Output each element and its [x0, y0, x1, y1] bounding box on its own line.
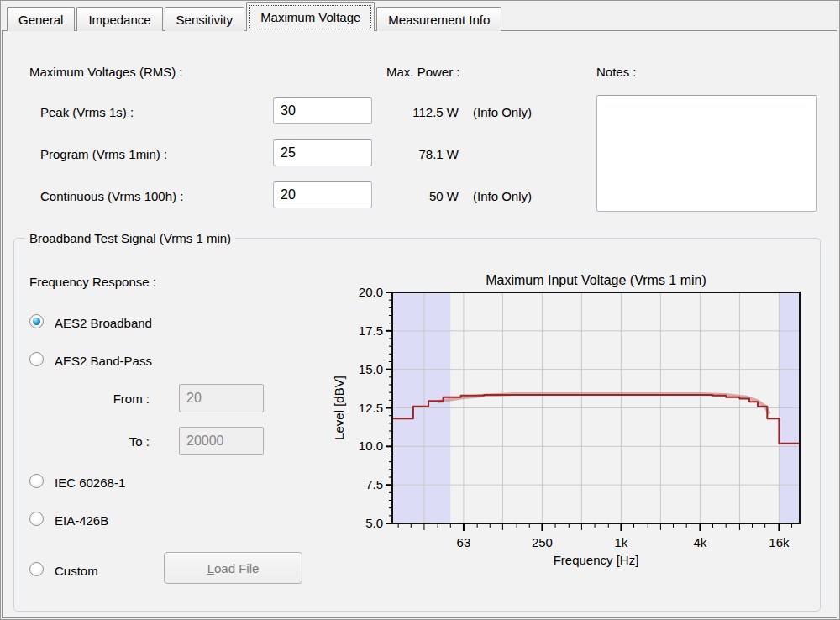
frequency-response-label: Frequency Response :	[29, 275, 156, 289]
radio-custom[interactable]	[29, 562, 44, 576]
continuous-input[interactable]	[273, 181, 372, 208]
peak-info-only: (Info Only)	[473, 105, 532, 119]
to-input	[179, 427, 264, 455]
maximum-voltage-dialog: General Impedance Sensitivity Maximum Vo…	[0, 0, 840, 620]
tab-maximum-voltage[interactable]: Maximum Voltage	[246, 2, 375, 31]
radio-aes2-broadband[interactable]	[29, 314, 44, 328]
tab-bar: General Impedance Sensitivity Maximum Vo…	[7, 3, 503, 31]
notes-label: Notes :	[596, 65, 637, 79]
peak-power-value: 112.5 W	[378, 105, 459, 119]
max-voltages-section-label: Maximum Voltages (RMS) :	[29, 65, 183, 79]
max-power-label: Max. Power :	[386, 65, 460, 79]
notes-textarea[interactable]	[596, 95, 817, 212]
tab-general-label: General	[18, 13, 63, 27]
tab-general[interactable]: General	[7, 7, 75, 31]
radio-eia-426b[interactable]	[29, 512, 44, 526]
radio-iec-60268-1[interactable]	[29, 474, 44, 488]
chart-series-main	[392, 395, 800, 444]
radio-custom-label: Custom	[55, 564, 98, 578]
x-tick-label: 16k	[769, 535, 790, 549]
program-input[interactable]	[273, 139, 372, 166]
broadband-group-label: Broadband Test Signal (Vrms 1 min)	[25, 231, 235, 245]
tab-measurement-info[interactable]: Measurement Info	[376, 7, 501, 31]
x-tick-label: 4k	[693, 535, 706, 549]
chart-ylabel: Level [dBV]	[332, 376, 346, 440]
tab-measurement-info-label: Measurement Info	[388, 13, 490, 27]
chart-series-overlay	[438, 394, 769, 414]
y-tick-label: 7.5	[365, 477, 383, 491]
radio-aes2-bandpass-label: AES2 Band-Pass	[55, 354, 152, 368]
tab-sensitivity[interactable]: Sensitivity	[165, 7, 245, 31]
tab-maximum-voltage-label: Maximum Voltage	[260, 10, 360, 24]
load-file-button: Load File	[164, 552, 302, 584]
load-file-button-label: Load File	[207, 561, 260, 575]
radio-eia-426b-label: EIA-426B	[55, 513, 108, 528]
y-tick-label: 20.0	[359, 285, 383, 299]
program-power-value: 78.1 W	[378, 147, 459, 161]
y-tick-label: 12.5	[359, 401, 383, 415]
y-tick-label: 5.0	[365, 516, 383, 530]
max-input-voltage-chart: 5.07.510.012.515.017.520.0632501k4k16kMa…	[332, 271, 815, 574]
chart-xlabel: Frequency [Hz]	[554, 553, 639, 567]
continuous-power-value: 50 W	[378, 189, 459, 203]
continuous-info-only: (Info Only)	[473, 189, 532, 203]
peak-input[interactable]	[273, 97, 372, 124]
radio-aes2-bandpass[interactable]	[29, 352, 44, 366]
chart-title: Maximum Input Voltage (Vrms 1 min)	[486, 273, 706, 287]
y-tick-label: 17.5	[359, 323, 383, 338]
tab-impedance-label: Impedance	[88, 13, 150, 27]
radio-aes2-broadband-label: AES2 Broadband	[55, 316, 152, 330]
x-tick-label: 63	[457, 535, 471, 549]
tab-sensitivity-label: Sensitivity	[176, 13, 234, 27]
tab-impedance[interactable]: Impedance	[76, 7, 162, 31]
program-label: Program (Vrms 1min) :	[40, 147, 167, 161]
to-label: To :	[84, 434, 150, 449]
from-label: From :	[84, 391, 150, 406]
radio-iec-60268-1-label: IEC 60268-1	[55, 476, 125, 490]
continuous-label: Continuous (Vrms 100h) :	[40, 189, 183, 203]
y-tick-label: 15.0	[359, 362, 383, 376]
y-tick-label: 10.0	[359, 439, 383, 453]
x-tick-label: 250	[532, 535, 553, 549]
x-tick-label: 1k	[614, 535, 627, 549]
from-input	[179, 384, 264, 412]
peak-label: Peak (Vrms 1s) :	[40, 105, 134, 119]
